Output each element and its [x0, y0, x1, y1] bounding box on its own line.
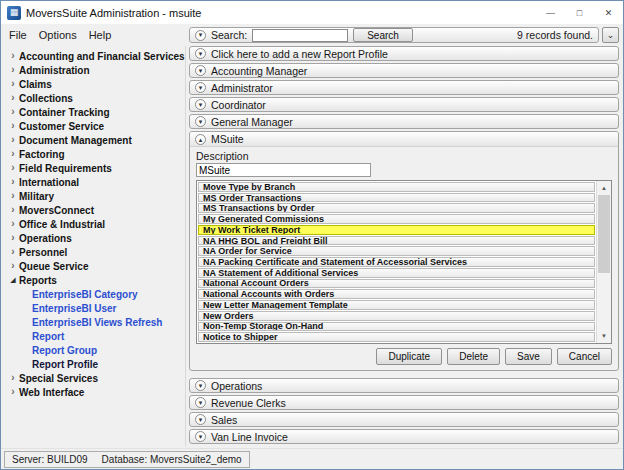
tree-item[interactable]: ›Field Requirements: [7, 161, 185, 175]
report-list-item[interactable]: NA Packing Certificate and Statement of …: [198, 257, 595, 267]
tree-subitem-label: EnterpriseBI Category: [32, 289, 138, 300]
chevron-up-circle-icon[interactable]: [195, 134, 206, 145]
report-list-item[interactable]: MS Transactions by Order: [198, 203, 595, 213]
report-list-item[interactable]: NA HHG BOL and Freight Bill: [198, 236, 595, 246]
close-button[interactable]: ✕: [594, 1, 623, 24]
report-list-item[interactable]: New Orders: [198, 311, 595, 321]
top-strip: FileOptionsHelp Search: Search 9 records…: [1, 24, 623, 44]
profile-bar[interactable]: Sales: [189, 412, 619, 427]
profile-bar[interactable]: General Manager: [189, 114, 619, 129]
tree-item[interactable]: ›Customer Service: [7, 119, 185, 133]
tree-item[interactable]: ›Military: [7, 189, 185, 203]
chevron-down-circle-icon: [195, 65, 206, 76]
report-list-item[interactable]: My Work Ticket Report: [198, 225, 595, 235]
tree-item[interactable]: ›Personnel: [7, 245, 185, 259]
chevron-right-icon: ›: [7, 261, 19, 271]
tree-item[interactable]: ›Accounting and Financial Services: [7, 49, 185, 63]
search-label: Search:: [211, 29, 247, 41]
tree-item[interactable]: ›Collections: [7, 91, 185, 105]
scrollbar-track[interactable]: [597, 195, 611, 329]
report-list-item[interactable]: New Letter Management Template: [198, 300, 595, 310]
chevron-right-icon: ›: [7, 177, 19, 187]
chevron-down-circle-icon: [195, 99, 206, 110]
tree-item[interactable]: ›International: [7, 175, 185, 189]
duplicate-button[interactable]: Duplicate: [376, 348, 442, 365]
report-list-item[interactable]: Notice to Shipper: [198, 332, 595, 342]
search-button[interactable]: Search: [353, 28, 413, 42]
tree-item-label: Customer Service: [19, 121, 104, 132]
tree-item[interactable]: ›Factoring: [7, 147, 185, 161]
action-buttons: DuplicateDeleteSaveCancel: [196, 348, 612, 365]
add-new-profile-bar[interactable]: Click here to add a new Report Profile: [189, 46, 619, 61]
status-box: Server: BUILD09 Database: MoversSuite2_d…: [4, 451, 250, 468]
report-list-item[interactable]: Move Type by Branch: [198, 182, 595, 192]
tree-subitem-label: Report Group: [32, 345, 97, 356]
list-scrollbar[interactable]: ▲ ▼: [596, 181, 611, 343]
report-list-item[interactable]: Non-Temp Storage On-Hand: [198, 322, 595, 332]
menu-item-options[interactable]: Options: [35, 28, 85, 42]
tree-item[interactable]: ›Administration: [7, 63, 185, 77]
tree-item-label: Special Services: [19, 373, 98, 384]
scrollbar-thumb[interactable]: [598, 195, 610, 273]
chevron-down-icon: ⌄: [607, 31, 615, 40]
menu-item-help[interactable]: Help: [85, 28, 120, 42]
tree-item[interactable]: ›Claims: [7, 77, 185, 91]
minimize-button[interactable]: —: [536, 1, 565, 24]
msuite-panel-body: Description Move Type by BranchMS Order …: [190, 147, 618, 370]
profile-bar[interactable]: Van Line Invoice: [189, 429, 619, 444]
status-server: Server: BUILD09: [12, 454, 88, 465]
tree-subitem[interactable]: EnterpriseBI Category: [7, 287, 185, 301]
tree-item-label: Collections: [19, 93, 73, 104]
chevron-right-icon: ›: [7, 79, 19, 89]
search-bar: Search: Search 9 records found.: [189, 27, 599, 43]
report-list-item[interactable]: MS Order Transactions: [198, 193, 595, 203]
report-list-item[interactable]: NA Order for Service: [198, 246, 595, 256]
report-list-item[interactable]: National Accounts with Orders: [198, 289, 595, 299]
description-label: Description: [196, 150, 612, 162]
profile-bar[interactable]: Revenue Clerks: [189, 395, 619, 410]
description-input[interactable]: [196, 163, 371, 177]
menu-item-file[interactable]: File: [5, 28, 35, 42]
tree-subitem[interactable]: EnterpriseBI User: [7, 301, 185, 315]
profile-bar-label: Administrator: [211, 82, 273, 94]
chevron-right-icon: ›: [7, 149, 19, 159]
profile-bar[interactable]: Administrator: [189, 80, 619, 95]
tree-item[interactable]: ›Special Services: [7, 371, 185, 385]
chevron-right-icon: ›: [7, 373, 19, 383]
tree-item[interactable]: ›Document Management: [7, 133, 185, 147]
tree-item[interactable]: ◢Reports: [7, 273, 185, 287]
search-input[interactable]: [252, 29, 348, 42]
delete-button[interactable]: Delete: [447, 348, 500, 365]
chevron-right-icon: ›: [7, 205, 19, 215]
tree-item[interactable]: ›Office & Industrial: [7, 217, 185, 231]
tree-item[interactable]: ›Operations: [7, 231, 185, 245]
tree-subitem[interactable]: EnterpriseBI Views Refresh: [7, 315, 185, 329]
save-button[interactable]: Save: [505, 348, 552, 365]
scroll-up-icon[interactable]: ▲: [597, 181, 611, 195]
chevron-down-circle-icon: [195, 82, 206, 93]
chevron-down-circle-icon[interactable]: [195, 30, 206, 41]
chevron-right-icon: ›: [7, 191, 19, 201]
cancel-button[interactable]: Cancel: [557, 348, 612, 365]
tree-item[interactable]: ›Web Interface: [7, 385, 185, 399]
profile-bar[interactable]: Operations: [189, 378, 619, 393]
tree-item[interactable]: ›Queue Service: [7, 259, 185, 273]
report-list-item[interactable]: My Generated Commissions: [198, 214, 595, 224]
maximize-button[interactable]: □: [565, 1, 594, 24]
menu-bar: FileOptionsHelp: [5, 28, 186, 42]
report-list-item[interactable]: National Account Orders: [198, 279, 595, 289]
main-area: ›Accounting and Financial Services›Admin…: [1, 44, 623, 448]
tree-subitem[interactable]: Report Group: [7, 343, 185, 357]
report-list-item[interactable]: NA Statement of Additional Services: [198, 268, 595, 278]
tree-subitem[interactable]: Report Profile: [7, 357, 185, 371]
tree-item[interactable]: ›Container Tracking: [7, 105, 185, 119]
scroll-down-icon[interactable]: ▼: [597, 329, 611, 343]
tree-subitem[interactable]: Report: [7, 329, 185, 343]
msuite-panel-title: MSuite: [211, 133, 244, 145]
profile-bar[interactable]: Accounting Manager: [189, 63, 619, 78]
records-dropdown-button[interactable]: ⌄: [602, 27, 619, 43]
tree-item[interactable]: ›MoversConnect: [7, 203, 185, 217]
profile-bar[interactable]: Coordinator: [189, 97, 619, 112]
tree-item-label: Container Tracking: [19, 107, 110, 118]
msuite-panel-header[interactable]: MSuite: [190, 132, 618, 147]
